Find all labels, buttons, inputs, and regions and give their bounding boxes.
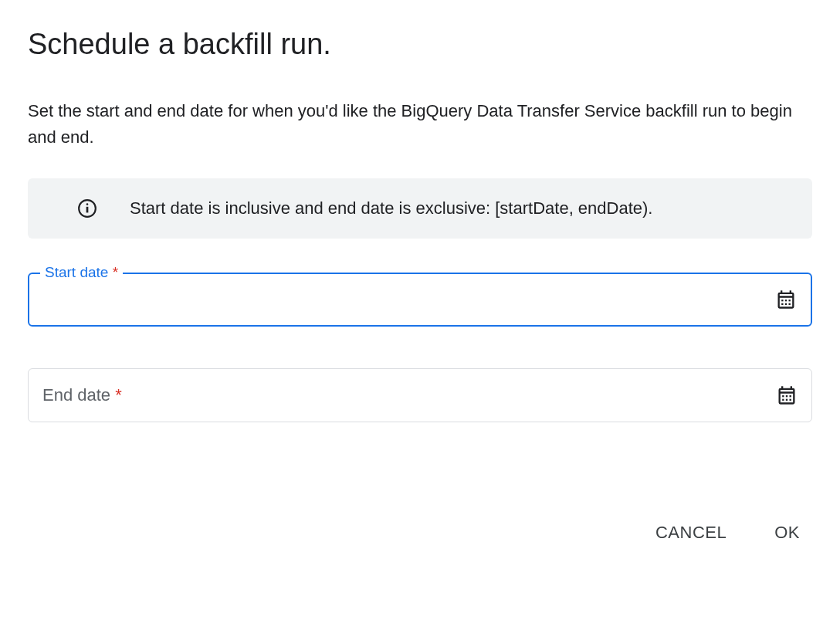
info-icon [77, 198, 97, 218]
svg-rect-14 [790, 399, 791, 401]
svg-rect-9 [782, 395, 784, 397]
info-box: Start date is inclusive and end date is … [28, 178, 812, 239]
cancel-button[interactable]: CANCEL [649, 515, 733, 550]
end-date-label: End date * [42, 385, 122, 405]
svg-rect-12 [782, 399, 784, 401]
start-date-field-group: Start date * [28, 273, 812, 327]
end-date-field-group: End date * [28, 368, 812, 422]
svg-rect-3 [781, 300, 783, 301]
svg-rect-7 [785, 303, 787, 305]
svg-rect-13 [786, 399, 788, 401]
dialog-actions: CANCEL OK [28, 515, 812, 550]
calendar-icon[interactable] [775, 289, 797, 310]
svg-rect-4 [785, 300, 787, 301]
svg-rect-8 [789, 303, 791, 305]
svg-point-2 [86, 203, 89, 205]
required-marker: * [115, 385, 122, 405]
start-date-label-text: Start date [45, 264, 108, 280]
backfill-dialog: Schedule a backfill run. Set the start a… [28, 28, 812, 550]
svg-rect-11 [790, 395, 791, 397]
dialog-title: Schedule a backfill run. [28, 28, 812, 61]
end-date-label-text: End date [42, 385, 110, 405]
start-date-field[interactable]: Start date * [28, 273, 812, 327]
info-text: Start date is inclusive and end date is … [130, 198, 652, 218]
end-date-field[interactable]: End date * [28, 368, 812, 422]
start-date-label: Start date * [40, 264, 123, 281]
required-marker: * [113, 264, 118, 280]
dialog-description: Set the start and end date for when you'… [28, 98, 812, 151]
svg-rect-5 [789, 300, 791, 301]
ok-button[interactable]: OK [768, 515, 806, 550]
start-date-input[interactable] [43, 274, 775, 325]
calendar-icon[interactable] [776, 384, 798, 406]
svg-rect-6 [781, 303, 783, 305]
svg-rect-10 [786, 395, 788, 397]
